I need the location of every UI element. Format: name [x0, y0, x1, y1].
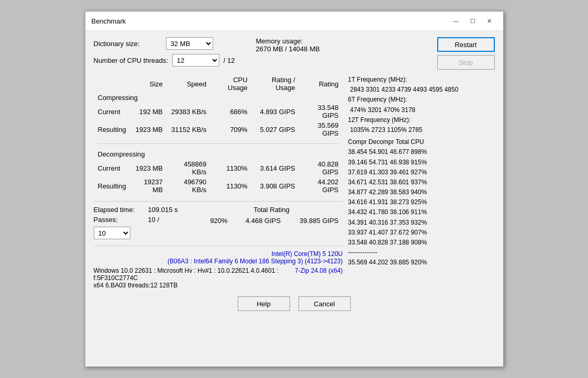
col-header-rating-usage: Rating / Usage [252, 75, 299, 93]
compress-resulting-rating: 35.569 GIPS [299, 120, 343, 138]
frequency-panel: 1T Frequency (MHz): 2843 3301 4233 4739 … [343, 75, 495, 289]
compress-current-speed: 29383 KB/s [167, 103, 211, 120]
help-button[interactable]: Help [238, 296, 290, 311]
main-layout: Size Speed CPU Usage Rating / Usage Rati… [94, 75, 495, 289]
decompress-current-cpu: 1130% [210, 159, 251, 177]
compress-resulting-label: Resulting [94, 120, 130, 138]
freq-row-4: 34.877 42.289 38.583 940% [348, 187, 495, 197]
decompress-current-rating-usage: 3.614 GIPS [252, 159, 299, 177]
threads-label: Number of CPU threads: [94, 57, 168, 64]
action-buttons: Restart Stop [437, 37, 495, 70]
system-info: Intel(R) Core(TM) 5 120U (B06A3 : Intel6… [94, 246, 343, 289]
memory-info: Memory usage: 2670 MB / 14048 MB [256, 37, 320, 53]
t1-freq-values: 2843 3301 4233 4739 4493 4595 4850 [348, 85, 495, 95]
freq-row-7: 34.391 40.316 37.353 932% [348, 218, 495, 228]
decompress-resulting-cpu: 1130% [210, 177, 251, 195]
cpu-detail: (B06A3 : Intel64 Family 6 Model 186 Step… [168, 258, 343, 265]
benchmark-results: Size Speed CPU Usage Rating / Usage Rati… [94, 75, 343, 289]
passes-select[interactable]: 10 5 1 [94, 227, 130, 239]
total-gips2: 39.885 GIPS [285, 216, 342, 226]
t1-freq-label: 1T Frequency (MHz): [348, 75, 495, 85]
left-stats: Elapsed time: 109.015 s Passes: 10 / 10 … [94, 206, 190, 239]
decompress-resulting-rating: 44.202 GIPS [299, 177, 343, 195]
minimize-button[interactable]: — [449, 16, 463, 26]
title-bar: Benchmark — ☐ ✕ [85, 12, 503, 31]
cpu-name: Intel(R) Core(TM) 5 120U [271, 250, 342, 258]
passes-value: 10 / [148, 216, 160, 224]
freq-row-2: 37.619 41.303 39.461 927% [348, 168, 495, 177]
t6-freq-values: 474% 3201 470% 3178 [348, 105, 495, 115]
col-header-size: Size [130, 75, 167, 93]
t6-freq-label: 6T Frequency (MHz): [348, 95, 495, 105]
freq-row-8: 33.937 41.407 37.672 907% [348, 228, 495, 238]
compress-resulting-rating-usage: 5.027 GIPS [252, 120, 299, 138]
col-header-speed: Speed [167, 75, 211, 93]
freq-row-9: 33.548 40.828 37.188 908% [348, 238, 495, 248]
decompress-current-rating: 40.828 GIPS [299, 159, 343, 177]
t12-freq-values: 1035% 2723 1105% 2785 [348, 125, 495, 135]
decompress-current-speed: 458869 KB/s [167, 159, 211, 177]
cancel-button[interactable]: Cancel [298, 296, 351, 311]
maximize-button[interactable]: ☐ [465, 16, 480, 26]
stats-section: Elapsed time: 109.015 s Passes: 10 / 10 … [94, 206, 343, 239]
threads-row: Number of CPU threads: 12 8 4 / 12 [94, 54, 235, 66]
decompress-resulting-size: 19237 MB [130, 177, 167, 195]
compress-current-cpu: 686% [210, 103, 251, 120]
compress-resulting-size: 1923 MB [130, 120, 167, 138]
table-row: Current 1923 MB 458869 KB/s 1130% 3.614 … [94, 159, 343, 177]
freq-table-header: Compr Decompr Total CPU [348, 137, 495, 147]
elapsed-label: Elapsed time: [94, 206, 146, 214]
compress-current-rating-usage: 4.893 GIPS [252, 103, 299, 120]
os-info: Windows 10.0 22631 : Microsoft Hv : Hv#1… [94, 267, 279, 274]
extra-info2: x64 6.BA03 threads:12 128TB [94, 282, 343, 289]
total-rating-table: 920% 4.468 GIPS 39.885 GIPS [201, 216, 343, 226]
memory-label: Memory usage: [256, 37, 320, 45]
table-row: 920% 4.468 GIPS 39.885 GIPS [201, 216, 343, 226]
threads-select[interactable]: 12 8 4 [172, 54, 219, 66]
passes-label: Passes: [94, 216, 146, 224]
footer-buttons: Help Cancel [94, 296, 495, 315]
app-version: 7-Zip 24.08 (x64) [295, 267, 342, 274]
compress-resulting-cpu: 709% [210, 120, 251, 138]
dictionary-label: Dictionary size: [94, 40, 162, 48]
decompressing-header: Decompressing [94, 149, 343, 159]
elapsed-row: Elapsed time: 109.015 s [94, 206, 190, 214]
main-content: Dictionary size: 32 MB 64 MB 128 MB Numb… [85, 31, 503, 321]
total-cpu: 920% [201, 216, 232, 226]
compress-current-label: Current [94, 103, 130, 120]
total-rating-section: Total Rating 920% 4.468 GIPS 39.885 GIPS [201, 206, 343, 239]
table-row: Resulting 1923 MB 31152 KB/s 709% 5.027 … [94, 120, 343, 138]
settings-fields: Dictionary size: 32 MB 64 MB 128 MB Numb… [94, 37, 235, 66]
t12-freq-label: 12T Frequency (MHz): [348, 115, 495, 125]
memory-value: 2670 MB / 14048 MB [256, 45, 320, 53]
dictionary-select[interactable]: 32 MB 64 MB 128 MB [166, 37, 213, 50]
elapsed-value: 109.015 s [148, 206, 190, 214]
freq-row-3: 34.671 42.531 38.601 937% [348, 177, 495, 187]
decompress-current-label: Current [94, 159, 130, 177]
freq-row-1: 39.146 54.731 46.938 915% [348, 158, 495, 168]
total-gips1: 4.468 GIPS [232, 216, 285, 226]
col-header-cpu: CPU Usage [210, 75, 251, 93]
stop-button[interactable]: Stop [437, 55, 495, 70]
freq-row-6: 34.432 41.780 38.106 911% [348, 207, 495, 217]
col-header-name [94, 75, 130, 93]
dictionary-row: Dictionary size: 32 MB 64 MB 128 MB [94, 37, 235, 50]
freq-total: 35.569 44.202 39.885 920% [348, 258, 495, 268]
decompress-resulting-rating-usage: 3.908 GIPS [252, 177, 299, 195]
threads-max: / 12 [224, 57, 235, 64]
compressing-header: Compressing [94, 93, 343, 103]
total-rating-label: Total Rating [201, 206, 343, 214]
window-title: Benchmark [92, 17, 126, 25]
close-button[interactable]: ✕ [482, 16, 497, 26]
extra-info: f:5F310C2774C [94, 274, 343, 282]
top-controls: Dictionary size: 32 MB 64 MB 128 MB Numb… [94, 37, 495, 70]
col-header-rating: Rating [299, 75, 343, 93]
freq-row-5: 34.616 41.931 38.273 925% [348, 197, 495, 207]
decompress-current-size: 1923 MB [130, 159, 167, 177]
benchmark-window: Benchmark — ☐ ✕ Dictionary size: 32 MB 6… [85, 11, 504, 367]
passes-row: Passes: 10 / [94, 216, 190, 224]
window-controls: — ☐ ✕ [449, 16, 497, 26]
restart-button[interactable]: Restart [437, 37, 495, 52]
table-row: Resulting 19237 MB 496790 KB/s 1130% 3.9… [94, 177, 343, 195]
benchmark-table: Size Speed CPU Usage Rating / Usage Rati… [94, 75, 343, 195]
